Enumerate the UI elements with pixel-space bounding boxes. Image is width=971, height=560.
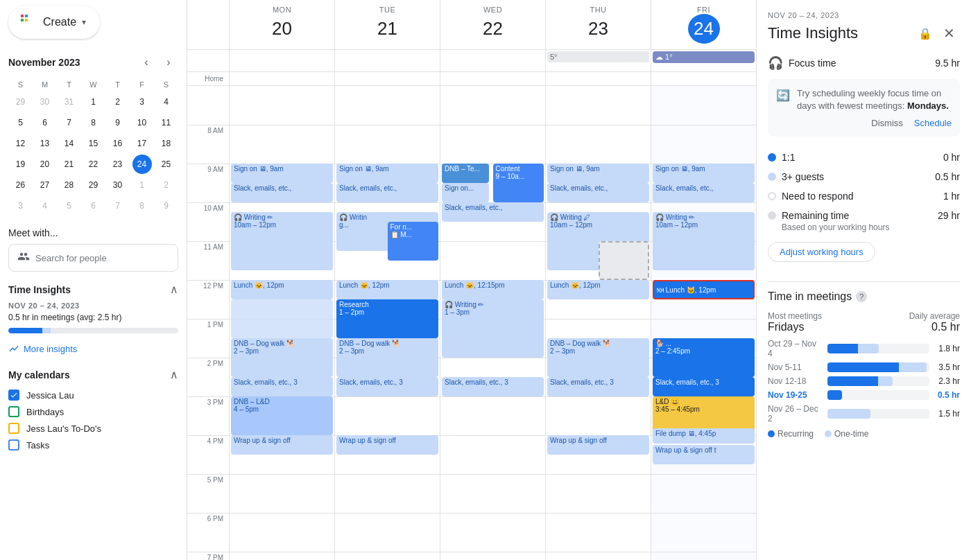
event-thu-dnb-dogwalk[interactable]: DNB – Dog walk 🐕2 – 3pm (547, 338, 649, 377)
event-fri-slack[interactable]: Slack, emails, etc., (653, 183, 755, 202)
mini-cal-cell-7[interactable]: 7 (60, 113, 79, 132)
insights-date-range: NOV 20 – 24, 2023 (8, 301, 178, 310)
mini-cal-cell-21[interactable]: 21 (60, 155, 79, 174)
event-mon-lunch[interactable]: Lunch 🐱, 12pm (231, 280, 333, 299)
mini-cal-cell-11[interactable]: 11 (157, 113, 176, 132)
search-people-input[interactable]: Search for people (8, 244, 178, 272)
event-tue-signin[interactable]: Sign on 🖥, 9am (336, 164, 438, 183)
event-mon-signin[interactable]: Sign on 🖥, 9am (231, 164, 333, 183)
event-fri-signin[interactable]: Sign on 🖥, 9am (653, 164, 755, 183)
mini-cal-cell-8[interactable]: 8 (132, 196, 152, 216)
event-fri-writing[interactable]: 🎧 Writing ✏10am – 12pm (653, 212, 755, 270)
mini-cal-cell-25[interactable]: 25 (157, 155, 176, 174)
event-thu-slack[interactable]: Slack, emails, etc., (547, 183, 649, 202)
mini-cal-cell-27[interactable]: 27 (35, 175, 55, 195)
event-mon-slack2[interactable]: Slack, emails, etc., 3 (231, 377, 333, 396)
mini-cal-cell-3[interactable]: 3 (11, 196, 31, 216)
event-wed-slack2[interactable]: Slack, emails, etc., 3 (442, 377, 544, 396)
event-thu-signin[interactable]: Sign on 🖥, 9am (547, 164, 649, 183)
mini-cal-cell-26[interactable]: 26 (11, 175, 31, 195)
event-thu-lunch[interactable]: Lunch 🐱, 12pm (547, 280, 649, 299)
mini-cal-cell-12[interactable]: 12 (11, 134, 31, 153)
mini-cal-cell-24[interactable]: 24 (132, 155, 152, 174)
adjust-working-hours-button[interactable]: Adjust working hours (768, 242, 875, 262)
dismiss-button[interactable]: Dismiss (871, 118, 903, 128)
mini-cal-cell-28[interactable]: 28 (60, 175, 79, 195)
time-insights-collapse-button[interactable]: ∧ (170, 283, 178, 296)
mini-cal-cell-15[interactable]: 15 (84, 134, 103, 153)
mini-cal-cell-17[interactable]: 17 (132, 134, 152, 153)
event-wed-writing[interactable]: 🎧 Writing ✏1 – 3pm (442, 299, 544, 358)
event-tue-wrapup[interactable]: Wrap up & sign off (336, 435, 438, 455)
event-thu-slack2[interactable]: Slack, emails, etc., 3 (547, 377, 649, 396)
mini-cal-cell-8[interactable]: 8 (84, 113, 103, 132)
mini-cal-next[interactable]: › (159, 53, 178, 72)
event-tue-dnb-dogwalk[interactable]: DNB – Dog walk 🐕2 – 3pm (336, 338, 438, 377)
mini-cal-cell-29[interactable]: 29 (84, 175, 103, 195)
event-mon-writing[interactable]: 🎧 Writing ✏10am – 12pm (231, 212, 333, 270)
event-fri-filedump[interactable]: File dump 🖥, 4:45p (653, 428, 755, 444)
mini-cal-cell-5[interactable]: 5 (11, 113, 31, 132)
allday-event-thu[interactable]: 5° (547, 51, 649, 62)
mini-cal-cell-10[interactable]: 10 (132, 113, 152, 132)
event-tue-slack[interactable]: Slack, emails, etc., (336, 183, 438, 202)
mini-cal-cell-6[interactable]: 6 (84, 196, 103, 216)
mini-cal-cell-19[interactable]: 19 (11, 155, 31, 174)
calendar-item-todo[interactable]: Jess Lau's To-Do's (8, 420, 178, 437)
schedule-button[interactable]: Schedule (914, 118, 952, 128)
event-mon-wrapup[interactable]: Wrap up & sign off (231, 435, 333, 455)
calendar-item-birthdays[interactable]: Birthdays (8, 403, 178, 420)
mini-cal-cell-23[interactable]: 23 (108, 155, 128, 174)
my-calendars-collapse-button[interactable]: ∧ (170, 368, 178, 381)
event-fri-lunch[interactable]: 🍽 Lunch 🐱, 12pm (653, 280, 755, 299)
event-wed-signin[interactable]: Sign on... (442, 183, 489, 202)
mini-cal-cell-2[interactable]: 2 (108, 92, 128, 112)
mini-cal-cell-3[interactable]: 3 (132, 92, 152, 112)
mini-cal-cell-1[interactable]: 1 (132, 175, 152, 195)
event-wed-content[interactable]: Content9 – 10a... (493, 164, 544, 202)
mini-cal-cell-30[interactable]: 30 (108, 175, 128, 195)
mini-cal-cell-5[interactable]: 5 (60, 196, 79, 216)
mini-cal-cell-18[interactable]: 18 (157, 134, 176, 153)
event-thu-blurred[interactable] (599, 241, 650, 280)
event-mon-lnd[interactable]: DNB – L&D4 – 5pm (231, 396, 333, 435)
mini-cal-cell-30[interactable]: 30 (35, 92, 55, 112)
mini-cal-cell-16[interactable]: 16 (108, 134, 128, 153)
event-mon-dnb-dogwalk[interactable]: DNB – Dog walk 🐕2 – 3pm (231, 338, 333, 377)
create-button[interactable]: Create ▾ (8, 6, 100, 39)
mini-cal-cell-22[interactable]: 22 (84, 155, 103, 174)
mini-cal-cell-13[interactable]: 13 (35, 134, 55, 153)
mini-cal-cell-1[interactable]: 1 (84, 92, 103, 112)
mini-cal-cell-9[interactable]: 9 (108, 113, 128, 132)
calendar-item-jessica[interactable]: Jessica Lau (8, 387, 178, 403)
mini-cal-cell-29[interactable]: 29 (11, 92, 31, 112)
event-fri-slack2[interactable]: Slack, emails, etc., 3 (653, 377, 755, 396)
mini-cal-cell-31[interactable]: 31 (60, 92, 79, 112)
more-insights-button[interactable]: More insights (8, 340, 77, 357)
event-fri-dnb-dogwalk[interactable]: 🐕 ...2 – 2:45pm (653, 338, 755, 377)
mini-cal-cell-4[interactable]: 4 (35, 196, 55, 216)
event-thu-wrapup[interactable]: Wrap up & sign off (547, 435, 649, 455)
event-wed-slack[interactable]: Slack, emails, etc., (442, 202, 544, 222)
calendar-item-tasks[interactable]: Tasks (8, 437, 178, 453)
event-mon-block[interactable] (231, 299, 333, 338)
event-tue-research[interactable]: Research1 – 2pm (336, 299, 438, 338)
mini-cal-cell-4[interactable]: 4 (157, 92, 176, 112)
question-icon[interactable]: ? (856, 291, 867, 302)
mini-cal-cell-20[interactable]: 20 (35, 155, 55, 174)
allday-event-fri[interactable]: ☁ 1° (653, 51, 755, 63)
event-fri-wrapup[interactable]: Wrap up & sign off t (653, 445, 755, 464)
mini-cal-cell-2[interactable]: 2 (157, 175, 176, 195)
event-mon-slack[interactable]: Slack, emails, etc., (231, 183, 333, 202)
event-tue-lunch[interactable]: Lunch 🐱, 12pm (336, 280, 438, 299)
mini-cal-cell-14[interactable]: 14 (60, 134, 79, 153)
event-wed-dnb[interactable]: DNB – Te... (442, 164, 489, 183)
close-panel-button[interactable]: ✕ (938, 22, 960, 44)
event-tue-form[interactable]: For n...📋 M... (388, 222, 439, 261)
event-tue-slack2[interactable]: Slack, emails, etc., 3 (336, 377, 438, 396)
mini-cal-prev[interactable]: ‹ (137, 53, 156, 72)
mini-cal-cell-7[interactable]: 7 (108, 196, 128, 216)
event-wed-lunch[interactable]: Lunch 🐱, 12:15pm (442, 280, 544, 299)
mini-cal-cell-6[interactable]: 6 (35, 113, 55, 132)
mini-cal-cell-9[interactable]: 9 (157, 196, 176, 216)
